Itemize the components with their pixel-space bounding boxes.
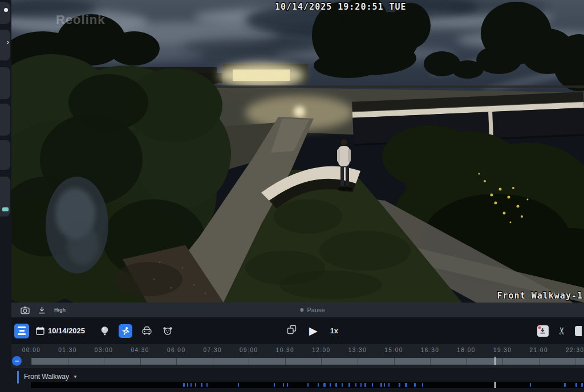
status-dot-icon: [300, 308, 303, 312]
timeline-tick: [430, 358, 431, 365]
event-mark[interactable]: [183, 383, 185, 387]
quality-selector[interactable]: High: [54, 307, 66, 313]
event-mark[interactable]: [530, 383, 531, 387]
event-mark[interactable]: [330, 383, 331, 387]
event-mark[interactable]: [206, 383, 208, 387]
channel-name: Front Walkway: [24, 373, 69, 381]
camera-video-view[interactable]: Reolink 10/14/2025 19:20:51 TUE Front Wa…: [11, 0, 584, 303]
event-track[interactable]: [31, 382, 584, 388]
event-mark[interactable]: [405, 383, 407, 387]
clip-scissors-button[interactable]: ✂: [557, 326, 566, 334]
snapshot-camera-icon[interactable]: [21, 306, 30, 315]
timeline-ruler-section: 00:0001:3003:0004:3006:0007:3009:0010:30…: [11, 344, 584, 368]
timeline-tick: [575, 358, 575, 365]
timeline-tick-label: 19:30: [493, 347, 512, 353]
timeline-zoom-out-button[interactable]: −: [12, 356, 22, 366]
timeline-tick: [213, 358, 213, 365]
date-picker[interactable]: 10/14/2025: [36, 326, 85, 335]
sidebar-button-4[interactable]: [0, 104, 10, 136]
event-mark[interactable]: [388, 383, 390, 387]
timeline-tick: [68, 358, 68, 365]
speed-selector[interactable]: 1x: [330, 326, 338, 335]
event-mark[interactable]: [283, 383, 284, 387]
event-mark[interactable]: [399, 383, 400, 387]
event-mark[interactable]: [238, 383, 239, 387]
reolink-playback-window: ›: [0, 0, 584, 392]
event-mark[interactable]: [384, 383, 385, 387]
event-mark[interactable]: [348, 383, 350, 387]
event-mark[interactable]: [274, 383, 275, 387]
download-icon[interactable]: [38, 307, 46, 314]
event-mark[interactable]: [287, 383, 288, 387]
event-mark[interactable]: [355, 383, 356, 387]
osd-camera-label: Front Walkway-1: [497, 291, 583, 301]
event-mark[interactable]: [201, 383, 202, 387]
pet-filter-button[interactable]: [161, 324, 175, 338]
event-mark[interactable]: [364, 383, 366, 387]
timeline-tick-label: 10:30: [276, 347, 295, 353]
timeline-tick-label: 06:00: [167, 347, 186, 353]
sidebar: ›: [0, 0, 11, 392]
night-scene-illustration: [11, 0, 584, 303]
timeline-tick-label: 04:30: [131, 347, 149, 353]
timeline-view-button[interactable]: [14, 324, 29, 338]
calendar-icon: [36, 326, 44, 335]
sidebar-button-2[interactable]: ›: [0, 30, 10, 60]
event-mark[interactable]: [360, 383, 362, 387]
event-mark[interactable]: [564, 383, 566, 387]
event-mark[interactable]: [380, 383, 382, 387]
timeline-tick: [104, 358, 104, 365]
sidebar-button-1[interactable]: [0, 2, 10, 24]
timeline-tick-label: 12:00: [312, 347, 331, 353]
timeline-tick-label: 22:30: [566, 347, 584, 353]
frame-by-frame-button[interactable]: [287, 325, 297, 337]
timeline-tick-label: 09:00: [240, 347, 258, 353]
dot-icon: [4, 8, 8, 12]
channel-selector[interactable]: Front Walkway ▼: [24, 373, 78, 381]
download-clip-button[interactable]: [537, 325, 549, 337]
sidebar-button-6[interactable]: [0, 177, 10, 217]
sidebar-button-3[interactable]: [0, 67, 10, 99]
event-mark[interactable]: [575, 383, 577, 387]
clipped-edge-button[interactable]: [575, 326, 582, 336]
timeline-tick: [249, 358, 249, 365]
chevron-right-icon: ›: [7, 38, 9, 46]
timeline-tick: [394, 358, 395, 365]
timeline-tick: [176, 358, 177, 365]
timeline-tick: [285, 358, 286, 365]
playback-status: Pause: [300, 303, 325, 317]
timeline-tick-label: 18:00: [457, 347, 476, 353]
event-mark[interactable]: [581, 383, 583, 387]
event-mark[interactable]: [190, 383, 192, 387]
channel-accent-bar: [17, 371, 19, 383]
teal-icon: [2, 207, 9, 211]
event-mark[interactable]: [195, 383, 196, 387]
timeline-ruler[interactable]: [31, 358, 584, 365]
timeline-tick: [321, 358, 322, 365]
sidebar-button-5[interactable]: [0, 140, 10, 170]
timeline-tick-label: 03:00: [95, 347, 113, 353]
timeline-tick-label: 15:00: [384, 347, 403, 353]
event-mark[interactable]: [323, 383, 326, 387]
event-mark[interactable]: [342, 383, 343, 387]
timeline-tick: [358, 358, 358, 365]
event-mark[interactable]: [414, 383, 416, 387]
timeline-tick-label: 00:00: [22, 347, 41, 353]
motion-balloon-filter-button[interactable]: [98, 324, 111, 338]
play-button[interactable]: ▶: [309, 325, 318, 336]
event-mark[interactable]: [307, 383, 309, 387]
event-mark[interactable]: [318, 383, 319, 387]
timeline-tick-label: 07:30: [203, 347, 222, 353]
timeline-tick-label: 16:30: [421, 347, 440, 353]
person-filter-button[interactable]: [119, 324, 132, 338]
track-playhead[interactable]: [494, 382, 496, 388]
status-label: Pause: [307, 307, 325, 313]
event-mark[interactable]: [335, 383, 337, 387]
vehicle-filter-button[interactable]: [140, 324, 153, 338]
event-mark[interactable]: [187, 383, 188, 387]
timeline-tick: [539, 358, 540, 365]
badge-dot: [538, 326, 541, 329]
ruler-playhead[interactable]: [494, 357, 496, 365]
event-mark[interactable]: [372, 383, 373, 387]
event-mark[interactable]: [422, 383, 423, 387]
